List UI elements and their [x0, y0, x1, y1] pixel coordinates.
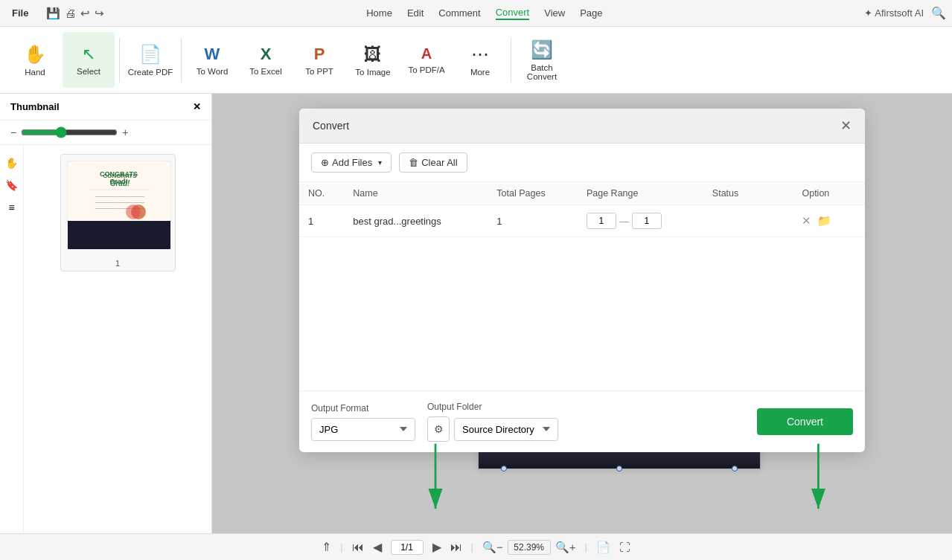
- to-ppt-icon: P: [314, 45, 325, 64]
- next-last-button[interactable]: ⏭: [450, 541, 462, 554]
- to-image-tool[interactable]: 🖼 To Image: [347, 32, 399, 88]
- page-number-input[interactable]: [391, 540, 424, 555]
- create-pdf-label: Create PDF: [128, 68, 173, 77]
- add-files-label: Add Files: [332, 157, 372, 168]
- table-header-row: NO. Name Total Pages Page Range Status O…: [299, 182, 865, 205]
- toolbar-separator-3: [511, 38, 511, 83]
- to-image-icon: 🖼: [364, 44, 382, 65]
- sidebar-body: ✋ 🔖 ≡ CONGRATS Grad! _______________: [0, 145, 211, 533]
- col-header-no: NO.: [299, 182, 344, 205]
- create-pdf-icon: 📄: [139, 44, 162, 65]
- first-page-button[interactable]: ⇑: [322, 540, 331, 554]
- create-pdf-tool[interactable]: 📄 Create PDF: [124, 32, 176, 88]
- col-header-range: Page Range: [578, 182, 703, 205]
- prev-page-button[interactable]: ◀: [373, 540, 382, 554]
- menu-right: ✦ Afirstsoft AI 🔍: [864, 6, 946, 20]
- thumbnail-card[interactable]: CONGRATS Grad! ________________________ …: [60, 154, 176, 271]
- menu-comment[interactable]: Comment: [438, 7, 480, 19]
- menu-bar: File 💾 🖨 ↩ ↪ Home Edit Comment Convert V…: [0, 0, 952, 27]
- to-word-tool[interactable]: W To Word: [186, 32, 238, 88]
- output-folder-group: Output Folder ⚙ Source Directory Custom.…: [427, 402, 558, 442]
- toolbar-separator-2: [181, 38, 182, 83]
- to-ppt-tool[interactable]: P To PPT: [293, 32, 345, 88]
- print-icon[interactable]: 🖨: [65, 7, 76, 19]
- zoom-out-status-icon[interactable]: 🔍−: [482, 541, 503, 554]
- add-files-button[interactable]: ⊕ Add Files ▾: [311, 152, 392, 173]
- menu-edit[interactable]: Edit: [407, 7, 424, 19]
- open-folder-icon[interactable]: 📁: [817, 214, 831, 228]
- svg-text:CONGRATS: CONGRATS: [103, 173, 137, 179]
- select-tool[interactable]: ↖ Select: [63, 32, 115, 88]
- delete-row-icon[interactable]: ✕: [802, 214, 811, 228]
- search-icon[interactable]: 🔍: [931, 6, 946, 20]
- zoom-out-icon[interactable]: −: [10, 126, 16, 138]
- clear-all-button[interactable]: 🗑 Clear All: [399, 152, 467, 173]
- fit-page-icon[interactable]: 📄: [596, 541, 610, 554]
- table-row: 1 best grad...greetings 1 —: [299, 205, 865, 237]
- range-dash: —: [619, 216, 629, 227]
- page-range-to-input[interactable]: [632, 213, 662, 229]
- format-select[interactable]: JPG PNG BMP TIFF: [311, 418, 415, 441]
- cell-pages: 1: [488, 205, 578, 237]
- to-pdfa-tool[interactable]: A To PDF/A: [400, 32, 453, 88]
- convert-button[interactable]: Convert: [757, 408, 853, 435]
- select-icon: ↖: [82, 45, 95, 64]
- save-icon[interactable]: 💾: [46, 7, 60, 20]
- folder-select[interactable]: Source Directory Custom...: [454, 418, 558, 441]
- to-word-label: To Word: [197, 67, 229, 76]
- bookmark-icon[interactable]: 🔖: [5, 179, 18, 191]
- menu-home[interactable]: Home: [366, 7, 392, 19]
- menu-convert[interactable]: Convert: [496, 7, 530, 20]
- zoom-value: 52.39%: [508, 540, 551, 555]
- prev-first-button[interactable]: ⏮: [352, 541, 364, 554]
- clear-all-label: Clear All: [421, 157, 457, 168]
- add-icon: ⊕: [321, 157, 329, 168]
- files-table-container: NO. Name Total Pages Page Range Status O…: [299, 182, 865, 390]
- zoom-controls: 🔍− 52.39% 🔍+: [482, 540, 576, 555]
- hand-sidebar-icon[interactable]: ✋: [5, 157, 18, 169]
- zoom-in-status-icon[interactable]: 🔍+: [555, 541, 576, 554]
- page-range-from-input[interactable]: [587, 213, 616, 229]
- to-ppt-label: To PPT: [305, 67, 333, 76]
- to-excel-tool[interactable]: X To Excel: [240, 32, 292, 88]
- zoom-slider[interactable]: [21, 126, 118, 138]
- sidebar-close-icon[interactable]: ✕: [193, 101, 201, 112]
- menu-page[interactable]: Page: [580, 7, 602, 19]
- output-format-group: Output Format JPG PNG BMP TIFF: [311, 403, 415, 441]
- file-menu[interactable]: File: [6, 6, 34, 20]
- menu-view[interactable]: View: [544, 7, 565, 19]
- thumbnail-label: 1: [61, 256, 175, 271]
- cell-no: 1: [299, 205, 344, 237]
- modal-title: Convert: [313, 120, 349, 132]
- modal-overlay: Convert ✕ ⊕ Add Files ▾ 🗑 Clear All: [212, 94, 952, 533]
- zoom-in-icon[interactable]: +: [122, 126, 128, 138]
- hand-tool[interactable]: ✋ Hand: [9, 32, 61, 88]
- sidebar: Thumbnail ✕ − + ✋ 🔖 ≡: [0, 94, 212, 533]
- status-sep-2: |: [471, 541, 473, 553]
- select-label: Select: [77, 67, 100, 76]
- more-icon: ⋯: [471, 44, 489, 65]
- more-label: More: [470, 68, 490, 77]
- add-files-dropdown-icon: ▾: [378, 158, 382, 167]
- status-bar: ⇑ | ⏮ ◀ ▶ ⏭ | 🔍− 52.39% 🔍+ | 📄 ⛶: [0, 533, 952, 560]
- folder-select-wrap: ⚙ Source Directory Custom...: [427, 416, 558, 442]
- to-pdfa-label: To PDF/A: [408, 65, 444, 74]
- cell-status: [703, 205, 793, 237]
- batch-convert-tool[interactable]: 🔄 Batch Convert: [516, 32, 568, 88]
- next-page-button[interactable]: ▶: [432, 540, 441, 554]
- col-header-pages: Total Pages: [488, 182, 578, 205]
- modal-footer: Output Format JPG PNG BMP TIFF Output Fo…: [299, 390, 865, 452]
- quick-actions: 💾 🖨 ↩ ↪: [46, 7, 104, 20]
- fullscreen-icon[interactable]: ⛶: [619, 541, 630, 553]
- thumbnail-image: CONGRATS Grad! ________________________ …: [67, 161, 171, 250]
- svg-text:________________________: ________________________: [94, 199, 144, 203]
- undo-icon[interactable]: ↩: [80, 7, 90, 20]
- folder-settings-button[interactable]: ⚙: [427, 416, 450, 442]
- redo-icon[interactable]: ↪: [95, 7, 104, 20]
- toolbar: ✋ Hand ↖ Select 📄 Create PDF W To Word X…: [0, 27, 952, 94]
- layers-icon[interactable]: ≡: [8, 202, 14, 213]
- modal-close-button[interactable]: ✕: [840, 118, 852, 134]
- row-actions: ✕ 📁: [802, 214, 856, 228]
- more-tool[interactable]: ⋯ More: [454, 32, 506, 88]
- svg-point-9: [126, 205, 141, 219]
